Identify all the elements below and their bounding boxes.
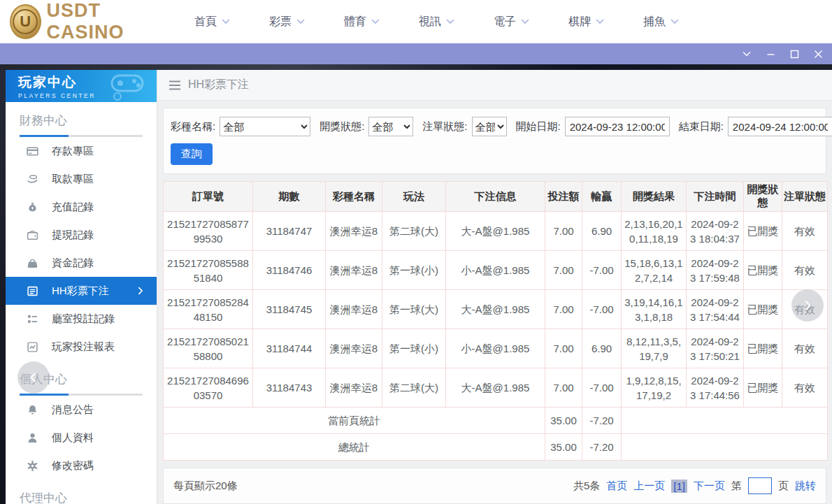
sidebar-item-充值記錄[interactable]: 充值記錄 <box>6 193 157 221</box>
cell-lottery-name: 澳洲幸运8 <box>326 212 382 251</box>
bets-table-wrap: 訂單號期數彩種名稱玩法下注信息投注額輸贏開獎結果下注時間開獎狀態注單狀態 215… <box>163 181 826 461</box>
cell-period: 31184744 <box>253 329 326 368</box>
nav-item-2[interactable]: 體育 <box>344 15 380 29</box>
cell-win-loss: 6.90 <box>582 212 622 251</box>
table-row-4: 215217270846960357031184743澳洲幸运8第二球(大)大-… <box>164 368 828 408</box>
cell-order-no: 2152172708502158800 <box>164 329 253 368</box>
cell-order-status: 有效 <box>782 329 828 368</box>
scroll-right-button[interactable] <box>791 289 824 322</box>
summary-empty <box>622 408 828 434</box>
wallet-icon <box>27 229 38 241</box>
col-header-bet-time: 下注時間 <box>687 182 744 212</box>
next-page-link[interactable]: 下一页 <box>694 480 725 493</box>
sidebar-item-取款專區[interactable]: 取款專區 <box>6 165 157 193</box>
person-icon <box>27 432 38 444</box>
window-titlebar <box>0 43 832 64</box>
cell-order-no: 2152172708528448150 <box>164 290 253 329</box>
col-header-bet-amount: 投注額 <box>545 182 582 212</box>
cell-period: 31184743 <box>253 368 326 408</box>
sidebar-sections: 財務中心存款專區取款專區充值記錄提現記錄資金記錄HH彩票下注廳室投註記錄玩家投注… <box>6 113 157 504</box>
window-frame-strip <box>0 64 832 70</box>
gamepad-icon <box>108 73 151 101</box>
cell-lottery-name: 澳洲幸运8 <box>326 368 382 408</box>
cell-bet-time: 2024-09-23 17:50:21 <box>687 329 744 368</box>
start-date-label: 開始日期: <box>516 120 561 134</box>
chevron-down-icon <box>222 19 230 24</box>
document-icon <box>27 285 38 297</box>
cell-draw-status: 已開獎 <box>744 212 782 251</box>
sidebar-item-label: 修改密碼 <box>52 459 94 473</box>
breadcrumb: HH彩票下注 <box>157 70 832 101</box>
cell-draw-result: 2,13,16,20,10,11,18,19 <box>622 212 687 251</box>
sidebar-item-資金記錄[interactable]: 資金記錄 <box>6 249 157 277</box>
cell-bet-time: 2024-09-23 18:04:37 <box>687 212 744 251</box>
col-header-win-loss: 輸贏 <box>582 182 622 212</box>
sidebar-item-提現記錄[interactable]: 提現記錄 <box>6 221 157 249</box>
start-date-input[interactable] <box>565 117 670 136</box>
cell-bet-info: 小-A盤@1.985 <box>446 251 545 290</box>
cell-play-type: 第二球(大) <box>382 212 446 251</box>
nav-item-5[interactable]: 棋牌 <box>568 15 604 29</box>
cell-bet-time: 2024-09-23 17:44:56 <box>687 368 744 408</box>
sidebar-item-label: 消息公告 <box>52 403 94 417</box>
logo[interactable]: U USDT CASINO <box>0 0 168 43</box>
section-divider <box>20 394 143 396</box>
cell-bet-time: 2024-09-23 17:59:48 <box>687 251 744 290</box>
cell-period: 31184745 <box>253 290 326 329</box>
first-page-link[interactable]: 首页 <box>606 480 627 493</box>
col-header-draw-status: 開獎狀態 <box>744 182 782 212</box>
nav-item-label: 視訊 <box>419 15 441 29</box>
hamburger-menu-icon[interactable] <box>168 80 181 90</box>
sidebar-item-label: 玩家投注報表 <box>52 340 115 354</box>
cell-bet-info: 大-A盤@1.985 <box>446 290 545 329</box>
summary-label: 當前頁統計 <box>164 408 545 434</box>
logo-coin-icon: U <box>10 4 41 39</box>
nav-item-0[interactable]: 首頁 <box>194 15 230 29</box>
draw-status-select[interactable]: 全部 <box>368 117 413 136</box>
summary-empty <box>622 434 828 461</box>
cell-bet-amount: 7.00 <box>545 251 582 290</box>
list-icon <box>27 313 38 325</box>
col-header-lottery-name: 彩種名稱 <box>326 182 382 212</box>
cell-win-loss: -7.00 <box>582 368 622 408</box>
sidebar-header: 玩家中心 PLAYERS CENTER <box>6 70 157 102</box>
chevron-down-icon <box>296 19 305 24</box>
nav-item-4[interactable]: 電子 <box>494 15 529 29</box>
sidebar-item-HH彩票下注[interactable]: HH彩票下注 <box>6 277 157 305</box>
chevron-down-icon <box>596 19 604 24</box>
cell-order-no: 2152172708558851840 <box>164 251 253 290</box>
sidebar-collapse-button[interactable] <box>17 361 50 394</box>
cell-bet-amount: 7.00 <box>545 329 582 368</box>
report-icon <box>27 341 38 353</box>
cell-order-status: 有效 <box>782 212 828 251</box>
summary-row-0: 當前頁統計35.00-7.20 <box>164 408 828 434</box>
jump-page-input[interactable] <box>748 477 772 494</box>
order-status-select[interactable]: 全部 <box>472 117 507 136</box>
sidebar-item-存款專區[interactable]: 存款專區 <box>6 137 157 165</box>
sidebar-item-廳室投註記錄[interactable]: 廳室投註記錄 <box>6 305 157 333</box>
maximize-icon[interactable] <box>789 48 800 59</box>
close-icon[interactable] <box>812 48 824 59</box>
lottery-name-select[interactable]: 全部 <box>220 117 310 136</box>
nav-item-1[interactable]: 彩票 <box>269 15 305 29</box>
sidebar-item-個人資料[interactable]: 個人資料 <box>6 424 157 452</box>
prev-page-link[interactable]: 上一页 <box>633 480 665 493</box>
sidebar-item-消息公告[interactable]: 消息公告 <box>6 396 157 424</box>
jump-button[interactable]: 跳转 <box>795 480 816 493</box>
content: 彩種名稱: 全部 開獎狀態: 全部 注單狀態: <box>157 101 832 504</box>
end-date-input[interactable] <box>728 117 832 136</box>
page-title: HH彩票下注 <box>188 78 249 92</box>
summary-bet-total: 35.00 <box>545 408 582 434</box>
sidebar-item-label: 廳室投註記錄 <box>52 312 115 326</box>
cell-bet-time: 2024-09-23 17:54:44 <box>687 290 744 329</box>
nav-item-6[interactable]: 捕魚 <box>643 15 679 29</box>
section-divider <box>20 135 143 137</box>
nav-item-3[interactable]: 視訊 <box>419 15 454 29</box>
chevron-right-icon <box>802 300 813 311</box>
chevron-down-icon <box>670 19 679 24</box>
sidebar-item-修改密碼[interactable]: 修改密碼 <box>6 452 157 480</box>
sidebar-item-玩家投注報表[interactable]: 玩家投注報表 <box>6 333 157 361</box>
minimize-icon[interactable] <box>765 48 776 59</box>
search-button[interactable]: 查詢 <box>171 143 213 165</box>
collapse-window-icon[interactable] <box>741 48 752 59</box>
